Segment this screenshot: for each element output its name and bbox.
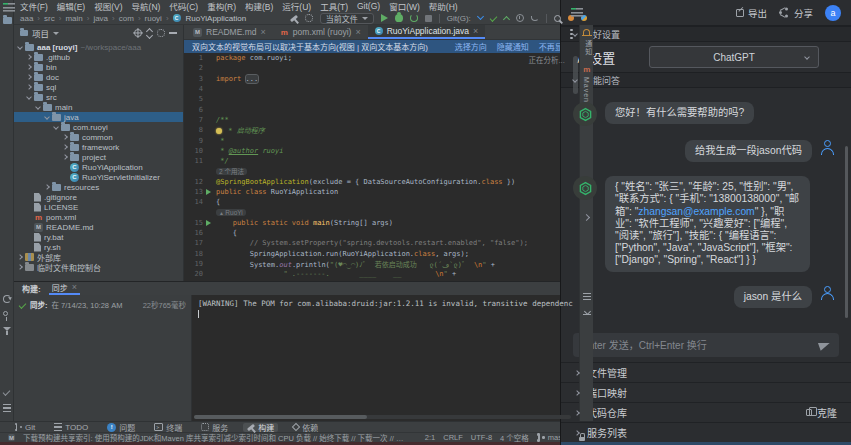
tree-item[interactable]: .gitignore — [14, 192, 183, 202]
chat-input[interactable] — [582, 340, 813, 351]
banner-action[interactable]: 隐藏通知 — [497, 41, 529, 52]
close-icon[interactable] — [473, 26, 478, 36]
preferences-section-header[interactable]: 偏好设置 — [561, 26, 851, 42]
toolwindow-tab-构建[interactable]: 构建 — [243, 423, 278, 432]
structure-tool-icon[interactable] — [3, 404, 11, 412]
breadcrumb-item[interactable]: ruoyi — [145, 14, 162, 23]
tree-item[interactable]: framework — [14, 142, 183, 152]
panel-settings-button[interactable] — [157, 29, 165, 37]
pin-icon[interactable] — [3, 311, 8, 316]
tree-chevron-icon[interactable] — [26, 74, 32, 80]
encoding[interactable]: UTF-8 — [471, 433, 492, 442]
history-button[interactable] — [516, 14, 524, 22]
maven-icon[interactable]: m — [583, 65, 590, 74]
panel-section[interactable]: 代码仓库克隆 — [561, 402, 851, 422]
code-area[interactable]: 1package com.ruoyi;23import ...4567/**8 … — [184, 53, 579, 281]
notifications-icon[interactable] — [583, 29, 590, 35]
search-everywhere-button[interactable] — [554, 15, 561, 22]
line-ending[interactable]: CRLF — [443, 433, 463, 442]
menu-item[interactable]: 文件(F) — [20, 0, 48, 12]
send-icon[interactable] — [818, 339, 831, 350]
tree-item[interactable]: .github — [14, 52, 183, 62]
tree-chevron-icon[interactable] — [26, 64, 32, 70]
run-button[interactable] — [381, 14, 388, 22]
build-output-pane[interactable]: [WARNING] The POM for com.alibaba:druid:… — [192, 295, 579, 421]
rollback-button[interactable] — [531, 16, 539, 21]
menu-item[interactable]: 构建(B) — [245, 0, 273, 12]
locate-button[interactable] — [134, 29, 142, 37]
tree-chevron-icon[interactable] — [17, 264, 23, 270]
model-select[interactable]: ChatGPT — [649, 46, 819, 68]
build-icon[interactable] — [290, 14, 298, 21]
caret-position[interactable]: 2:1 — [425, 433, 435, 442]
tree-item[interactable]: RuoYiApplication — [14, 162, 183, 172]
editor-tab[interactable]: RuoYiApplication.java — [368, 25, 486, 39]
tree-chevron-icon[interactable] — [62, 154, 68, 160]
breadcrumb-item[interactable]: RuoYiApplication — [186, 14, 247, 23]
menu-item[interactable]: 运行(U) — [282, 0, 311, 12]
tree-chevron-icon[interactable] — [35, 104, 41, 110]
panel-section[interactable]: 端口映射 — [561, 382, 851, 402]
run-gutter[interactable] — [206, 188, 216, 196]
tree-chevron-icon[interactable] — [26, 84, 32, 90]
menu-item[interactable]: 帮助(H) — [429, 0, 458, 12]
breadcrumb-item[interactable]: src — [44, 14, 55, 23]
toolwindow-tab-终端[interactable]: 终端 — [150, 423, 186, 432]
panel-section[interactable]: 服务列表 — [561, 422, 851, 442]
tree-item[interactable]: resources — [14, 182, 183, 192]
toolwindow-tab-git[interactable]: Git — [10, 423, 39, 432]
debug-button[interactable] — [395, 14, 403, 22]
rerun-button[interactable] — [410, 14, 418, 22]
tree-chevron-icon[interactable] — [44, 184, 50, 190]
menu-item[interactable]: 视图(V) — [94, 0, 122, 12]
project-panel-title[interactable]: 项目 — [32, 27, 49, 39]
tree-item[interactable]: src — [14, 92, 183, 102]
toolwindow-tab-问题[interactable]: 问题 — [103, 423, 139, 432]
toolwindow-tab-依赖[interactable]: 依赖 — [289, 423, 322, 432]
menu-item[interactable]: 编辑(E) — [57, 0, 85, 12]
tree-item[interactable]: bin — [14, 62, 183, 72]
indent-setting[interactable]: 4 个空格 — [500, 432, 529, 442]
qa-section-header[interactable]: 智能问答 — [561, 72, 851, 88]
project-tool-icon[interactable] — [3, 17, 12, 24]
tree-item[interactable]: 外部库 — [14, 252, 183, 262]
tree-chevron-icon[interactable] — [62, 144, 68, 150]
breadcrumb-item[interactable]: com — [119, 14, 134, 23]
commit-tool-icon[interactable] — [3, 388, 11, 396]
console-horizontal-scrollbar[interactable] — [194, 415, 571, 419]
clone-button[interactable]: 克隆 — [806, 405, 837, 420]
tree-item[interactable]: RuoYiServletInitializer — [14, 172, 183, 182]
run-gutter[interactable] — [206, 219, 216, 227]
tree-chevron-icon[interactable] — [17, 44, 23, 50]
run-config-select[interactable]: 当前文件 — [320, 13, 374, 24]
git-push-button[interactable] — [503, 16, 510, 23]
tree-item[interactable]: sql — [14, 82, 183, 92]
filter-icon[interactable] — [3, 327, 11, 331]
tree-item[interactable]: LICENSE — [14, 202, 183, 212]
export-button[interactable]: 导出 — [736, 6, 767, 20]
tree-item[interactable]: main — [14, 102, 183, 112]
close-icon[interactable] — [72, 283, 77, 292]
main-menu-icon[interactable] — [3, 3, 15, 12]
chat-scrollbar[interactable] — [845, 146, 848, 318]
share-button[interactable]: 分享 — [779, 6, 813, 20]
tree-item[interactable]: aaa [ruoyi] ~/workspace/aaa — [14, 42, 183, 52]
git-commit-button[interactable] — [489, 14, 497, 22]
wrench-icon[interactable] — [305, 14, 313, 22]
intention-bulb-icon[interactable] — [216, 128, 222, 134]
status-message[interactable]: 下载预构建共享索引: 使用预构建的JDK和Maven 库共享索引减少索引时间和 … — [23, 432, 409, 442]
hide-panel-button[interactable] — [169, 32, 177, 34]
menu-item[interactable]: 工具(T) — [320, 0, 348, 12]
banner-action[interactable]: 选择方向 — [455, 41, 487, 52]
tree-chevron-icon[interactable] — [26, 94, 32, 100]
breadcrumb-item[interactable]: aaa — [20, 14, 33, 23]
toolwindow-tab-服务[interactable]: 服务 — [197, 423, 232, 432]
tree-item[interactable]: doc — [14, 72, 183, 82]
sync-status-row[interactable]: 同步: 在 7/14/23, 10:28 AM 22秒765毫秒 — [19, 299, 186, 310]
menu-item[interactable]: Git(G) — [357, 1, 380, 11]
email-link[interactable]: zhangsan@example.com — [638, 206, 754, 217]
tree-chevron-icon[interactable] — [26, 54, 32, 60]
close-icon[interactable] — [261, 27, 266, 37]
editor-tab[interactable]: pom.xml (ruoyi) — [273, 25, 368, 39]
tree-chevron-icon[interactable] — [44, 114, 50, 120]
